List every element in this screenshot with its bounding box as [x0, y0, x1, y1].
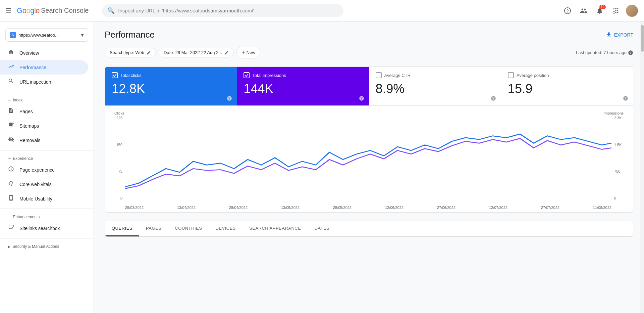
- notifications-icon[interactable]: 14: [593, 4, 606, 17]
- topbar-icons: ? 14: [561, 4, 639, 17]
- metric-clicks-label: Total clicks: [120, 73, 142, 78]
- checkbox-impressions: [244, 72, 250, 78]
- tab-dates[interactable]: DATES: [308, 221, 336, 236]
- sidebar-item-sitelinks-searchbox[interactable]: Sitelinks searchbox: [0, 221, 88, 235]
- page-experience-icon: [8, 166, 14, 174]
- pages-icon: [8, 107, 14, 115]
- sidebar-item-label: Sitelinks searchbox: [19, 226, 60, 231]
- manage-users-icon[interactable]: [577, 4, 590, 17]
- help-clicks[interactable]: [227, 96, 232, 102]
- expand-icon: ▸: [8, 244, 10, 249]
- site-url: https://www.seafoo...: [18, 33, 81, 38]
- x-label: 27/07/2022: [541, 206, 559, 210]
- export-icon: [605, 32, 612, 38]
- new-filter-button[interactable]: + New: [236, 47, 260, 58]
- scrollbar-thumb[interactable]: [641, 25, 644, 52]
- sidebar-item-url-inspection[interactable]: URL inspection: [0, 75, 88, 89]
- plus-icon: +: [241, 49, 245, 56]
- url-inspection-icon: [8, 78, 14, 86]
- tab-queries[interactable]: QUERIES: [105, 221, 139, 236]
- sidebar-item-label: Mobile Usability: [19, 196, 52, 202]
- sidebar-item-label: Performance: [19, 65, 46, 70]
- metric-card-clicks[interactable]: Total clicks 12.8K: [105, 67, 237, 105]
- collapse-icon: −: [8, 97, 11, 103]
- url-search-bar[interactable]: 🔍: [102, 4, 343, 17]
- logo-area: Google Search Console: [17, 6, 89, 15]
- last-updated-text: Last updated: 7 hours ago: [576, 50, 627, 55]
- x-label: 12/07/2022: [489, 206, 507, 210]
- sidebar-item-label: Overview: [19, 50, 39, 56]
- y-left-max: 225: [116, 116, 122, 120]
- sidebar-item-overview[interactable]: Overview: [0, 46, 88, 60]
- x-label: 28/05/2022: [333, 206, 352, 210]
- sidebar-item-core-web-vitals[interactable]: Core web vitals: [0, 177, 88, 191]
- section-index[interactable]: − Index: [0, 95, 94, 104]
- help-ctr[interactable]: [491, 96, 496, 102]
- avatar[interactable]: [625, 4, 639, 17]
- tab-devices[interactable]: DEVICES: [209, 221, 243, 236]
- tab-pages[interactable]: PAGES: [139, 221, 168, 236]
- metric-card-ctr[interactable]: Average CTR 8.9%: [369, 67, 501, 105]
- metric-position-label: Average position: [517, 73, 549, 78]
- sidebar-item-label: Removals: [19, 138, 40, 143]
- sidebar-item-label: Core web vitals: [19, 182, 52, 187]
- y-right-mid2: 1.5K: [614, 143, 622, 147]
- help-icon[interactable]: ?: [561, 4, 574, 17]
- topbar: ☰ Google Search Console 🔍 ? 14: [0, 0, 644, 21]
- sidebar-item-sitemaps[interactable]: Sitemaps: [0, 119, 88, 133]
- sidebar-item-label: URL inspection: [19, 79, 51, 85]
- export-button[interactable]: EXPORT: [605, 32, 633, 38]
- help-impressions[interactable]: [359, 96, 364, 102]
- checkbox-position: [508, 72, 514, 78]
- section-experience[interactable]: − Experience: [0, 153, 94, 163]
- mobile-usability-icon: [8, 195, 14, 203]
- site-favicon: S: [10, 32, 16, 38]
- svg-text:?: ?: [567, 8, 569, 13]
- tab-countries[interactable]: COUNTRIES: [168, 221, 209, 236]
- site-selector[interactable]: S https://www.seafoo... ▾: [5, 28, 88, 42]
- metric-clicks-value: 12.8K: [112, 82, 230, 96]
- date-filter[interactable]: Date: 29 Mar 2022-22 Aug 2...: [159, 48, 234, 57]
- export-label: EXPORT: [614, 32, 633, 38]
- layout: S https://www.seafoo... ▾ Overview Perfo…: [0, 21, 644, 313]
- sidebar-item-page-experience[interactable]: Page experience: [0, 163, 88, 177]
- help-position[interactable]: [623, 96, 628, 102]
- metric-ctr-label: Average CTR: [384, 73, 411, 78]
- x-label: 13/04/2022: [177, 206, 196, 210]
- metric-card-position[interactable]: Average position 15.9: [501, 67, 633, 105]
- collapse-icon: −: [8, 214, 11, 220]
- hamburger-menu[interactable]: ☰: [5, 7, 11, 15]
- tabs-row: QUERIES PAGES COUNTRIES DEVICES SEARCH A…: [105, 221, 633, 236]
- info-icon[interactable]: [628, 50, 633, 55]
- sitelinks-icon: [8, 224, 14, 232]
- section-label: Experience: [13, 156, 33, 161]
- sidebar-item-mobile-usability[interactable]: Mobile Usability: [0, 191, 88, 206]
- sidebar-item-pages[interactable]: Pages: [0, 104, 88, 119]
- scrollbar-track[interactable]: [640, 21, 644, 313]
- search-type-filter[interactable]: Search type: Web: [105, 48, 156, 57]
- edit-icon: [146, 50, 151, 55]
- sidebar-item-performance[interactable]: Performance: [0, 60, 88, 75]
- sidebar-item-label: Pages: [19, 109, 33, 114]
- collapse-icon: −: [8, 156, 11, 161]
- search-type-label: Search type: Web: [110, 50, 144, 55]
- sidebar-item-removals[interactable]: Removals: [0, 133, 88, 147]
- checkbox-clicks: [112, 72, 118, 78]
- apps-icon[interactable]: [609, 4, 623, 17]
- tab-search-appearance[interactable]: SEARCH APPEARANCE: [243, 221, 308, 236]
- main-content: Performance EXPORT Search type: Web Date…: [94, 21, 644, 313]
- sidebar-item-label: Sitemaps: [19, 123, 39, 129]
- chart-container: Clicks Impressions 225 150 75 0: [105, 106, 633, 212]
- section-label: Index: [13, 98, 22, 102]
- x-label: 28/04/2022: [229, 206, 248, 210]
- metric-card-impressions[interactable]: Total impressions 144K: [237, 67, 369, 105]
- last-updated: Last updated: 7 hours ago: [576, 50, 633, 55]
- url-search-input[interactable]: [118, 8, 338, 13]
- performance-chart: [125, 116, 611, 203]
- section-enhancements[interactable]: − Enhancements: [0, 212, 94, 221]
- section-security[interactable]: ▸ Security & Manual Actions: [0, 241, 94, 251]
- y-right-zero: 0: [614, 196, 616, 200]
- y-axis-left-label: Clicks: [114, 111, 124, 115]
- y-left-zero: 0: [120, 196, 122, 200]
- new-label: New: [247, 50, 255, 55]
